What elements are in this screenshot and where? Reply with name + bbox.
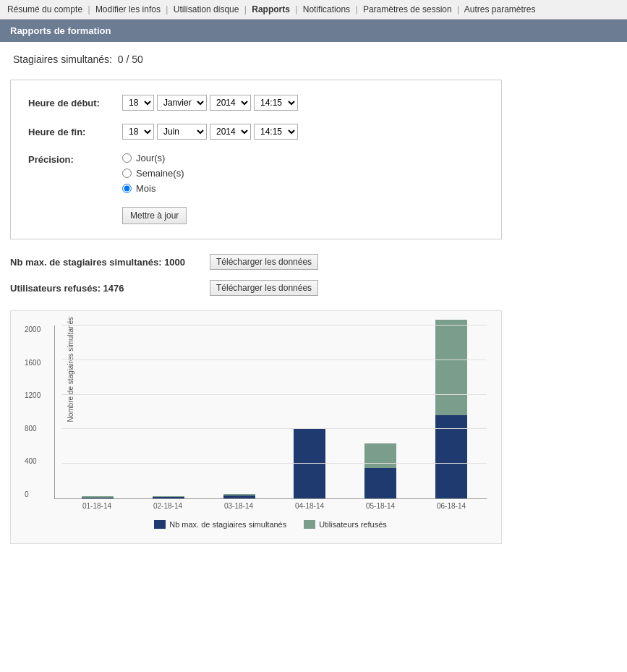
precision-semaines[interactable]: Semaine(s) bbox=[122, 168, 184, 179]
refused-stats-label: Utilisateurs refusés: 1476 bbox=[10, 283, 198, 294]
ytick-800: 800 bbox=[25, 425, 40, 433]
radio-jours[interactable] bbox=[122, 153, 132, 163]
end-year-select[interactable]: 2014 bbox=[210, 124, 251, 140]
main-content: Stagiaires simultanés: 0 / 50 Heure de d… bbox=[0, 54, 627, 544]
start-day-select[interactable]: 18 bbox=[122, 95, 154, 111]
bar-stack-1 bbox=[153, 496, 184, 498]
top-navigation: Résumé du compte | Modifier les infos | … bbox=[0, 0, 627, 20]
bar-sage-5 bbox=[435, 320, 467, 415]
end-month-select[interactable]: Janvier Février Mars Avril Mai Juin bbox=[157, 124, 207, 140]
sep3: | bbox=[244, 4, 247, 14]
max-stats-label: Nb max. de stagiaires simultanés: 1000 bbox=[10, 257, 198, 268]
sep6: | bbox=[457, 4, 459, 14]
ytick-2000: 2000 bbox=[25, 326, 40, 333]
bar-stack-3 bbox=[294, 429, 325, 498]
x-label-5: 06-18-14 bbox=[416, 502, 487, 510]
bar-group-4 bbox=[345, 443, 416, 498]
legend-sage-color bbox=[304, 520, 315, 529]
chart-container: Nombre de stagiaires simultanés 0 400 80… bbox=[10, 310, 502, 544]
start-time-select[interactable]: 14:15 bbox=[254, 95, 298, 111]
semaines-label: Semaine(s) bbox=[136, 168, 184, 179]
update-row: Mettre à jour bbox=[122, 207, 484, 224]
x-label-0: 01-18-14 bbox=[61, 502, 132, 510]
max-stats-row: Nb max. de stagiaires simultanés: 1000 T… bbox=[10, 254, 617, 270]
download-max-button[interactable]: Télécharger les données bbox=[210, 254, 318, 270]
ytick-400: 400 bbox=[25, 457, 40, 465]
radio-mois[interactable] bbox=[122, 184, 132, 193]
nav-notifications[interactable]: Notifications bbox=[303, 4, 350, 14]
end-controls: 18 Janvier Février Mars Avril Mai Juin 2… bbox=[122, 124, 298, 140]
stagiaires-line: Stagiaires simultanés: 0 / 50 bbox=[10, 54, 617, 65]
end-row: Heure de fin: 18 Janvier Février Mars Av… bbox=[28, 124, 484, 140]
bar-stack-0 bbox=[82, 496, 114, 498]
sep5: | bbox=[355, 4, 357, 14]
nav-utilisation[interactable]: Utilisation disque bbox=[174, 4, 239, 14]
start-row: Heure de début: 18 Janvier Février Mars … bbox=[28, 95, 484, 111]
start-label: Heure de début: bbox=[28, 98, 122, 109]
precision-mois[interactable]: Mois bbox=[122, 183, 184, 194]
x-label-3: 04-18-14 bbox=[274, 502, 345, 510]
x-labels: 01-18-1402-18-1403-18-1404-18-1405-18-14… bbox=[54, 502, 487, 510]
x-label-1: 02-18-14 bbox=[132, 502, 203, 510]
download-refused-button[interactable]: Télécharger les données bbox=[210, 280, 318, 296]
legend-navy: Nb max. de stagiaires simultanés bbox=[154, 520, 286, 529]
nav-parametres[interactable]: Paramètres de session bbox=[363, 4, 452, 14]
precision-row: Précision: Jour(s) Semaine(s) Mois bbox=[28, 153, 484, 194]
page-title: Rapports de formation bbox=[10, 25, 111, 36]
end-label: Heure de fin: bbox=[28, 127, 122, 137]
ytick-1200: 1200 bbox=[25, 391, 40, 399]
bar-stack-4 bbox=[364, 443, 396, 498]
bar-group-3 bbox=[274, 429, 345, 498]
sep1: | bbox=[88, 4, 90, 14]
legend-sage-label: Utilisateurs refusés bbox=[319, 520, 387, 529]
bar-navy-1 bbox=[153, 497, 184, 498]
nav-autres[interactable]: Autres paramètres bbox=[464, 4, 536, 14]
bar-navy-4 bbox=[364, 468, 396, 498]
chart-legend: Nb max. de stagiaires simultanés Utilisa… bbox=[54, 520, 487, 529]
bar-stack-5 bbox=[435, 320, 467, 498]
update-button[interactable]: Mettre à jour bbox=[122, 207, 187, 224]
y-ticks: 0 400 800 1200 1600 2000 bbox=[25, 326, 40, 498]
bar-group-0 bbox=[62, 496, 133, 498]
sep4: | bbox=[295, 4, 297, 14]
end-day-select[interactable]: 18 bbox=[122, 124, 154, 140]
nav-modifier[interactable]: Modifier les infos bbox=[95, 4, 161, 14]
start-year-select[interactable]: 2014 bbox=[210, 95, 251, 111]
legend-navy-color bbox=[154, 520, 166, 529]
precision-radio-group: Jour(s) Semaine(s) Mois bbox=[122, 153, 184, 194]
mois-label: Mois bbox=[136, 183, 155, 194]
bar-navy-0 bbox=[82, 498, 114, 498]
nav-resume[interactable]: Résumé du compte bbox=[7, 4, 82, 14]
ytick-0: 0 bbox=[25, 490, 40, 498]
radio-semaines[interactable] bbox=[122, 169, 132, 178]
stagiaires-value: 0 / 50 bbox=[118, 54, 143, 65]
start-month-select[interactable]: Janvier Février Mars Avril Mai Juin bbox=[157, 95, 207, 111]
bar-group-5 bbox=[416, 320, 487, 498]
precision-label: Précision: bbox=[28, 153, 122, 165]
x-label-2: 03-18-14 bbox=[203, 502, 274, 510]
stagiaires-label: Stagiaires simultanés: bbox=[13, 54, 112, 65]
legend-navy-label: Nb max. de stagiaires simultanés bbox=[169, 520, 286, 529]
bars-wrapper bbox=[62, 326, 487, 498]
bar-navy-2 bbox=[223, 496, 255, 498]
bar-navy-5 bbox=[435, 415, 467, 498]
start-controls: 18 Janvier Février Mars Avril Mai Juin 2… bbox=[122, 95, 298, 111]
stats-section: Nb max. de stagiaires simultanés: 1000 T… bbox=[10, 254, 617, 296]
end-time-select[interactable]: 14:15 bbox=[254, 124, 298, 140]
bar-group-1 bbox=[133, 496, 204, 498]
nav-rapports[interactable]: Rapports bbox=[252, 4, 290, 14]
legend-sage: Utilisateurs refusés bbox=[304, 520, 387, 529]
bar-stack-2 bbox=[223, 494, 255, 498]
page-header: Rapports de formation bbox=[0, 20, 627, 42]
x-label-4: 05-18-14 bbox=[345, 502, 416, 510]
ytick-1600: 1600 bbox=[25, 359, 40, 367]
bar-group-2 bbox=[204, 494, 275, 498]
chart-area: 0 400 800 1200 1600 2000 bbox=[54, 326, 487, 499]
bar-navy-3 bbox=[294, 429, 325, 498]
refused-stats-row: Utilisateurs refusés: 1476 Télécharger l… bbox=[10, 280, 617, 296]
sep2: | bbox=[166, 4, 168, 14]
chart-wrapper: Nombre de stagiaires simultanés 0 400 80… bbox=[54, 326, 487, 510]
precision-jours[interactable]: Jour(s) bbox=[122, 153, 184, 163]
bar-sage-4 bbox=[364, 443, 396, 468]
filter-box: Heure de début: 18 Janvier Février Mars … bbox=[10, 80, 502, 239]
